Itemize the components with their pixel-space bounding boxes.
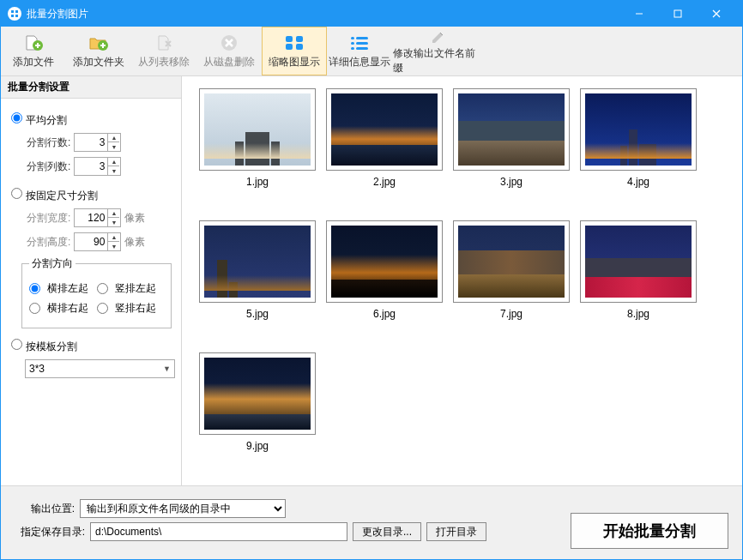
folder-plus-icon [87,33,111,53]
thumbnail-item[interactable]: 7.jpg [453,220,570,320]
minimize-button[interactable] [619,1,658,27]
svg-rect-3 [15,15,18,17]
direction-group: 分割方向 横排左起 竖排左起 横排右起 竖排右起 [21,256,172,328]
svg-rect-0 [11,10,14,13]
rows-label: 分割行数: [27,135,70,150]
thumbnail-item[interactable]: 9.jpg [199,352,316,452]
remove-from-list-button[interactable]: 从列表移除 [131,27,196,75]
save-dir-label: 指定保存目录: [13,525,85,539]
remove-list-icon [152,33,176,53]
svg-rect-13 [286,44,293,50]
thumbnail-gallery: 1.jpg 2.jpg 3.jpg 4.jpg 5.jpg [182,76,742,485]
delete-disk-icon [217,33,241,53]
section-title: 批量分割设置 [1,76,181,99]
svg-rect-2 [11,15,14,17]
svg-rect-16 [356,37,368,39]
toolbar: 添加文件 添加文件夹 从列表移除 从磁盘删除 缩略图显示 详细信息显示 修改输出… [1,27,742,76]
avg-split-radio[interactable]: 平均分割 [11,112,67,128]
svg-rect-19 [351,47,354,50]
svg-rect-15 [351,37,354,39]
spin-up-icon[interactable]: ▲ [107,158,119,166]
footer: 输出位置: 输出到和原文件名同级的目录中 指定保存目录: 更改目录... 打开目… [1,485,742,559]
open-dir-button[interactable]: 打开目录 [426,522,486,541]
width-input[interactable]: ▲▼ [74,208,121,227]
save-dir-input[interactable] [90,522,347,541]
dir-v-left-radio[interactable]: 竖排左起 [97,281,156,296]
width-label: 分割宽度: [27,211,70,226]
thumbnail-label: 4.jpg [627,176,649,188]
add-file-button[interactable]: 添加文件 [1,27,66,75]
spin-down-icon[interactable]: ▼ [107,142,119,151]
spin-up-icon[interactable]: ▲ [107,134,119,142]
output-location-label: 输出位置: [13,502,75,516]
rows-input[interactable]: ▲▼ [74,133,121,152]
spin-down-icon[interactable]: ▼ [107,218,119,226]
height-label: 分割高度: [27,235,70,250]
thumbnail-view-button[interactable]: 缩略图显示 [262,27,327,75]
app-icon [8,7,21,21]
fixed-split-radio[interactable]: 按固定尺寸分割 [11,188,98,203]
svg-rect-17 [351,42,354,45]
spin-up-icon[interactable]: ▲ [107,233,119,242]
thumbnail-label: 7.jpg [500,308,523,320]
svg-rect-14 [296,44,303,50]
thumbnail-label: 5.jpg [246,308,269,320]
pencil-icon [426,27,450,45]
dir-v-right-radio[interactable]: 竖排右起 [97,301,156,316]
grid-icon [282,33,306,53]
thumbnail-item[interactable]: 4.jpg [580,88,697,188]
svg-rect-20 [356,47,368,50]
svg-rect-11 [286,36,293,42]
thumbnail-label: 9.jpg [246,440,269,452]
thumbnail-label: 6.jpg [373,308,396,320]
thumbnail-item[interactable]: 3.jpg [453,88,570,188]
spin-up-icon[interactable]: ▲ [107,209,119,218]
cols-input[interactable]: ▲▼ [74,157,121,176]
thumbnail-label: 1.jpg [246,176,269,188]
window-title: 批量分割图片 [27,7,619,21]
thumbnail-item[interactable]: 8.jpg [580,220,697,320]
detail-view-button[interactable]: 详细信息显示 [327,27,392,75]
thumbnail-item[interactable]: 1.jpg [199,88,316,188]
output-location-select[interactable]: 输出到和原文件名同级的目录中 [80,499,286,518]
svg-rect-5 [674,10,681,17]
add-folder-button[interactable]: 添加文件夹 [66,27,131,75]
thumbnail-item[interactable]: 6.jpg [326,220,443,320]
thumbnail-item[interactable]: 2.jpg [326,88,443,188]
thumbnail-label: 8.jpg [627,308,649,320]
start-split-button[interactable]: 开始批量分割 [571,513,728,549]
chevron-down-icon: ▼ [163,364,171,373]
cols-label: 分割列数: [27,160,70,174]
maximize-button[interactable] [658,1,697,27]
template-combo[interactable]: 3*3 ▼ [25,359,175,378]
settings-sidebar: 批量分割设置 平均分割 分割行数: ▲▼ 分割列数: ▲▼ 按固定尺寸分割 分割… [1,76,182,485]
file-plus-icon [21,33,45,53]
close-button[interactable] [697,1,735,27]
svg-rect-12 [296,36,303,42]
change-dir-button[interactable]: 更改目录... [353,522,421,541]
svg-rect-1 [15,10,18,13]
height-input[interactable]: ▲▼ [74,232,121,251]
thumbnail-item[interactable]: 5.jpg [199,220,316,320]
template-split-radio[interactable]: 按模板分割 [11,339,77,354]
dir-h-left-radio[interactable]: 横排左起 [29,281,88,296]
thumbnail-label: 3.jpg [500,176,523,188]
thumbnail-label: 2.jpg [373,176,396,188]
dir-h-right-radio[interactable]: 横排右起 [29,301,88,316]
list-icon [347,33,372,53]
spin-down-icon[interactable]: ▼ [107,166,119,175]
delete-from-disk-button[interactable]: 从磁盘删除 [196,27,262,75]
titlebar: 批量分割图片 [1,1,742,27]
rename-prefix-button[interactable]: 修改输出文件名前缀 [392,27,485,75]
spin-down-icon[interactable]: ▼ [107,242,119,250]
svg-rect-18 [356,42,368,45]
